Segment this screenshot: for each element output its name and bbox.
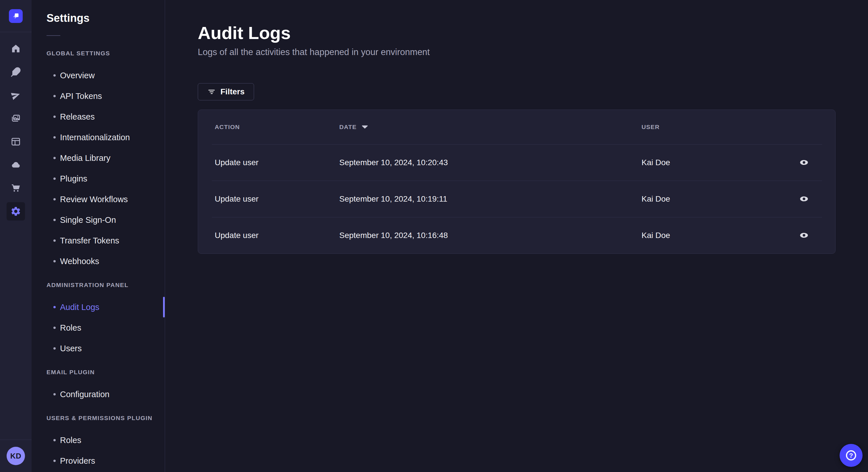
feather-icon[interactable] (7, 63, 25, 81)
table-row: Update user September 10, 2024, 10:19:11… (212, 181, 822, 217)
subnav-item-plugins[interactable]: Plugins (46, 168, 165, 189)
section-email-plugin: EMAIL PLUGIN Configuration (46, 366, 165, 405)
section-administration-panel: ADMINISTRATION PANEL Audit Logs Roles Us… (46, 279, 165, 359)
subnav-item-label: Review Workflows (60, 195, 128, 204)
subnav-item-label: Configuration (60, 390, 110, 399)
subnav-title: Settings (46, 11, 165, 25)
bullet-dot (53, 347, 56, 349)
subnav-item-label: Audit Logs (60, 303, 99, 312)
subnav-item-review-workflows[interactable]: Review Workflows (46, 189, 165, 210)
bullet-dot (53, 260, 56, 262)
cell-action: Update user (212, 144, 336, 181)
subnav-item-internationalization[interactable]: Internationalization (46, 127, 165, 148)
rail-bottom: KD (0, 440, 32, 472)
bullet-dot (53, 327, 56, 329)
subnav-item-single-sign-on[interactable]: Single Sign-On (46, 210, 165, 230)
subnav-item-webhooks[interactable]: Webhooks (46, 251, 165, 272)
subnav-item-label: Internationalization (60, 133, 130, 142)
audit-logs-table: ACTION DATE USER Update user (212, 110, 822, 254)
subnav-item-api-tokens[interactable]: API Tokens (46, 86, 165, 106)
subnav-item-up-roles[interactable]: Roles (46, 430, 165, 450)
cell-date: September 10, 2024, 10:16:48 (336, 217, 639, 254)
page-subtitle: Logs of all the activities that happened… (198, 46, 868, 58)
main-nav-rail: KD (0, 0, 32, 472)
cloud-icon[interactable] (7, 156, 25, 174)
avatar[interactable]: KD (7, 447, 25, 465)
section-label: ADMINISTRATION PANEL (46, 279, 165, 291)
subnav-item-admin-roles[interactable]: Roles (46, 317, 165, 338)
column-header-date-label: DATE (339, 124, 356, 131)
subnav-item-overview[interactable]: Overview (46, 65, 165, 86)
settings-subnav: Settings GLOBAL SETTINGS Overview API To… (32, 0, 165, 472)
cell-user: Kai Doe (639, 181, 795, 217)
view-log-eye-icon[interactable] (797, 194, 811, 204)
cell-user: Kai Doe (639, 217, 795, 254)
section-global-settings: GLOBAL SETTINGS Overview API Tokens Rele… (46, 47, 165, 272)
column-header-user: USER (639, 110, 795, 144)
subnav-item-users[interactable]: Users (46, 338, 165, 359)
gear-settings-icon[interactable] (7, 202, 25, 221)
column-header-date: DATE (336, 110, 639, 144)
media-library-icon[interactable] (7, 109, 25, 128)
subnav-item-releases[interactable]: Releases (46, 106, 165, 127)
subnav-item-label: Transfer Tokens (60, 236, 119, 245)
strapi-admin-page: KD Settings GLOBAL SETTINGS Overview API… (0, 0, 868, 472)
cell-action: Update user (212, 217, 336, 254)
column-header-action: ACTION (212, 110, 336, 144)
view-log-eye-icon[interactable] (797, 230, 811, 240)
logo-area (0, 0, 32, 32)
cell-action: Update user (212, 181, 336, 217)
bullet-dot (53, 136, 56, 138)
table-row: Update user September 10, 2024, 10:20:43… (212, 144, 822, 181)
cell-date: September 10, 2024, 10:19:11 (336, 181, 639, 217)
view-log-eye-icon[interactable] (797, 158, 811, 167)
bullet-dot (53, 306, 56, 308)
subnav-item-providers[interactable]: Providers (46, 450, 165, 471)
sort-desc-icon (362, 125, 368, 129)
active-indicator-bar (163, 297, 165, 317)
help-button[interactable]: ? (840, 444, 863, 467)
bullet-dot (53, 198, 56, 200)
date-sort-control[interactable]: DATE (339, 124, 368, 131)
main-content: Audit Logs Logs of all the activities th… (165, 0, 868, 472)
question-mark-icon: ? (845, 449, 857, 462)
bullet-dot (53, 115, 56, 118)
subnav-item-audit-logs[interactable]: Audit Logs (46, 297, 165, 317)
bullet-dot (53, 460, 56, 462)
subnav-item-label: Roles (60, 436, 81, 445)
audit-logs-table-card: ACTION DATE USER Update user (198, 109, 836, 254)
bullet-dot (53, 157, 56, 159)
filters-button-label: Filters (220, 87, 245, 96)
subnav-item-label: Webhooks (60, 257, 99, 266)
subnav-item-label: API Tokens (60, 92, 102, 101)
subnav-item-media-library[interactable]: Media Library (46, 148, 165, 168)
table-header-row: ACTION DATE USER (212, 110, 822, 144)
section-label: EMAIL PLUGIN (46, 366, 165, 378)
column-header-actions (795, 110, 822, 144)
subnav-item-label: Overview (60, 71, 95, 80)
subnav-item-configuration[interactable]: Configuration (46, 384, 165, 405)
subnav-item-label: Users (60, 344, 82, 353)
subnav-item-label: Single Sign-On (60, 215, 116, 225)
home-icon[interactable] (7, 40, 25, 58)
filters-button[interactable]: Filters (198, 83, 254, 100)
subnav-item-label: Releases (60, 112, 95, 122)
subnav-item-label: Plugins (60, 174, 87, 183)
table-row: Update user September 10, 2024, 10:16:48… (212, 217, 822, 254)
question-glyph: ? (849, 452, 853, 459)
bullet-dot (53, 439, 56, 441)
strapi-logo-glyph (11, 12, 20, 20)
bullet-dot (53, 239, 56, 242)
section-label: GLOBAL SETTINGS (46, 47, 165, 60)
bullet-dot (53, 393, 56, 396)
subnav-item-transfer-tokens[interactable]: Transfer Tokens (46, 230, 165, 251)
bullet-dot (53, 219, 56, 221)
title-divider (46, 35, 60, 36)
section-label: USERS & PERMISSIONS PLUGIN (46, 412, 165, 425)
paper-plane-icon[interactable] (7, 86, 25, 104)
layout-panel-icon[interactable] (7, 133, 25, 151)
subnav-item-label: Media Library (60, 154, 111, 163)
strapi-logo-icon[interactable] (9, 9, 23, 23)
shopping-cart-icon[interactable] (7, 179, 25, 197)
section-users-permissions-plugin: USERS & PERMISSIONS PLUGIN Roles Provide… (46, 412, 165, 471)
